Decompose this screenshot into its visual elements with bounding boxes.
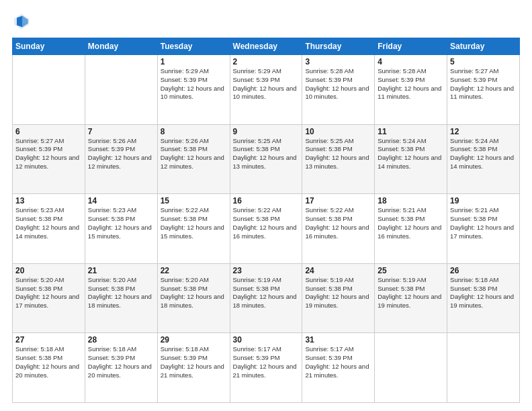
page: SundayMondayTuesdayWednesdayThursdayFrid… [0, 0, 532, 411]
day-number: 11 [378, 127, 444, 136]
day-info: Sunrise: 5:19 AM Sunset: 5:38 PM Dayligh… [233, 276, 300, 310]
day-info: Sunrise: 5:28 AM Sunset: 5:39 PM Dayligh… [378, 67, 444, 101]
day-number: 1 [161, 57, 227, 66]
calendar-cell-r2-c2: 15Sunrise: 5:22 AM Sunset: 5:38 PM Dayli… [157, 194, 230, 264]
day-number: 2 [233, 57, 300, 66]
logo [12, 12, 34, 31]
day-number: 8 [161, 127, 227, 136]
day-number: 23 [233, 266, 300, 275]
day-info: Sunrise: 5:23 AM Sunset: 5:38 PM Dayligh… [15, 206, 82, 240]
calendar-row-2: 13Sunrise: 5:23 AM Sunset: 5:38 PM Dayli… [13, 194, 520, 264]
calendar-cell-r3-c3: 23Sunrise: 5:19 AM Sunset: 5:38 PM Dayli… [230, 263, 302, 333]
calendar-cell-r1-c3: 9Sunrise: 5:25 AM Sunset: 5:38 PM Daylig… [230, 124, 302, 194]
day-number: 20 [15, 266, 82, 275]
day-number: 7 [88, 127, 154, 136]
calendar-cell-r1-c5: 11Sunrise: 5:24 AM Sunset: 5:38 PM Dayli… [375, 124, 447, 194]
calendar-cell-r4-c6 [447, 333, 520, 403]
calendar-cell-r0-c1 [85, 55, 157, 125]
day-number: 16 [233, 196, 300, 205]
calendar-cell-r4-c0: 27Sunrise: 5:18 AM Sunset: 5:38 PM Dayli… [13, 333, 85, 403]
svg-marker-2 [17, 16, 22, 28]
calendar-table: SundayMondayTuesdayWednesdayThursdayFrid… [12, 38, 520, 403]
day-info: Sunrise: 5:20 AM Sunset: 5:38 PM Dayligh… [161, 276, 227, 310]
weekday-header-wednesday: Wednesday [230, 38, 302, 55]
weekday-header-saturday: Saturday [447, 38, 520, 55]
header [12, 12, 520, 31]
calendar-cell-r3-c4: 24Sunrise: 5:19 AM Sunset: 5:38 PM Dayli… [302, 263, 375, 333]
calendar-cell-r3-c1: 21Sunrise: 5:20 AM Sunset: 5:38 PM Dayli… [85, 263, 157, 333]
calendar-cell-r1-c4: 10Sunrise: 5:25 AM Sunset: 5:38 PM Dayli… [302, 124, 375, 194]
calendar-cell-r0-c3: 2Sunrise: 5:29 AM Sunset: 5:39 PM Daylig… [230, 55, 302, 125]
calendar-row-3: 20Sunrise: 5:20 AM Sunset: 5:38 PM Dayli… [13, 263, 520, 333]
day-number: 14 [88, 196, 154, 205]
day-info: Sunrise: 5:22 AM Sunset: 5:38 PM Dayligh… [161, 206, 227, 240]
day-number: 17 [305, 196, 371, 205]
calendar-cell-r3-c5: 25Sunrise: 5:19 AM Sunset: 5:38 PM Dayli… [375, 263, 447, 333]
day-info: Sunrise: 5:17 AM Sunset: 5:39 PM Dayligh… [305, 345, 371, 379]
weekday-header-row: SundayMondayTuesdayWednesdayThursdayFrid… [13, 38, 520, 55]
weekday-header-thursday: Thursday [302, 38, 375, 55]
day-number: 13 [15, 196, 82, 205]
calendar-row-4: 27Sunrise: 5:18 AM Sunset: 5:38 PM Dayli… [13, 333, 520, 403]
day-number: 31 [305, 335, 371, 345]
calendar-cell-r3-c6: 26Sunrise: 5:18 AM Sunset: 5:38 PM Dayli… [447, 263, 520, 333]
day-number: 22 [161, 266, 227, 275]
day-info: Sunrise: 5:24 AM Sunset: 5:38 PM Dayligh… [378, 137, 444, 171]
calendar-cell-r0-c0 [13, 55, 85, 125]
day-info: Sunrise: 5:20 AM Sunset: 5:38 PM Dayligh… [15, 276, 82, 310]
day-info: Sunrise: 5:27 AM Sunset: 5:39 PM Dayligh… [15, 137, 82, 171]
day-number: 18 [378, 196, 444, 205]
day-number: 3 [305, 57, 371, 66]
calendar-cell-r1-c6: 12Sunrise: 5:24 AM Sunset: 5:38 PM Dayli… [447, 124, 520, 194]
day-info: Sunrise: 5:29 AM Sunset: 5:39 PM Dayligh… [233, 67, 300, 101]
day-info: Sunrise: 5:20 AM Sunset: 5:38 PM Dayligh… [88, 276, 154, 310]
day-info: Sunrise: 5:27 AM Sunset: 5:39 PM Dayligh… [450, 67, 517, 101]
calendar-cell-r0-c6: 5Sunrise: 5:27 AM Sunset: 5:39 PM Daylig… [447, 55, 520, 125]
day-number: 6 [15, 127, 82, 136]
calendar-cell-r2-c1: 14Sunrise: 5:23 AM Sunset: 5:38 PM Dayli… [85, 194, 157, 264]
calendar-cell-r4-c5 [375, 333, 447, 403]
day-number: 24 [305, 266, 371, 275]
day-number: 26 [450, 266, 517, 275]
day-number: 30 [233, 335, 300, 345]
calendar-cell-r3-c2: 22Sunrise: 5:20 AM Sunset: 5:38 PM Dayli… [157, 263, 230, 333]
day-info: Sunrise: 5:22 AM Sunset: 5:38 PM Dayligh… [233, 206, 300, 240]
calendar-cell-r1-c0: 6Sunrise: 5:27 AM Sunset: 5:39 PM Daylig… [13, 124, 85, 194]
calendar-cell-r0-c2: 1Sunrise: 5:29 AM Sunset: 5:39 PM Daylig… [157, 55, 230, 125]
day-info: Sunrise: 5:26 AM Sunset: 5:39 PM Dayligh… [88, 137, 154, 171]
day-info: Sunrise: 5:25 AM Sunset: 5:38 PM Dayligh… [233, 137, 300, 171]
day-info: Sunrise: 5:19 AM Sunset: 5:38 PM Dayligh… [305, 276, 371, 310]
calendar-cell-r2-c4: 17Sunrise: 5:22 AM Sunset: 5:38 PM Dayli… [302, 194, 375, 264]
calendar-cell-r0-c5: 4Sunrise: 5:28 AM Sunset: 5:39 PM Daylig… [375, 55, 447, 125]
day-info: Sunrise: 5:19 AM Sunset: 5:38 PM Dayligh… [378, 276, 444, 310]
weekday-header-friday: Friday [375, 38, 447, 55]
day-info: Sunrise: 5:23 AM Sunset: 5:38 PM Dayligh… [88, 206, 154, 240]
calendar-cell-r4-c4: 31Sunrise: 5:17 AM Sunset: 5:39 PM Dayli… [302, 333, 375, 403]
day-number: 19 [450, 196, 517, 205]
calendar-cell-r2-c6: 19Sunrise: 5:21 AM Sunset: 5:38 PM Dayli… [447, 194, 520, 264]
calendar-cell-r1-c2: 8Sunrise: 5:26 AM Sunset: 5:38 PM Daylig… [157, 124, 230, 194]
calendar-cell-r2-c5: 18Sunrise: 5:21 AM Sunset: 5:38 PM Dayli… [375, 194, 447, 264]
day-number: 15 [161, 196, 227, 205]
day-number: 29 [161, 335, 227, 345]
day-number: 9 [233, 127, 300, 136]
calendar-row-0: 1Sunrise: 5:29 AM Sunset: 5:39 PM Daylig… [13, 55, 520, 125]
calendar-cell-r2-c0: 13Sunrise: 5:23 AM Sunset: 5:38 PM Dayli… [13, 194, 85, 264]
weekday-header-monday: Monday [85, 38, 157, 55]
weekday-header-sunday: Sunday [13, 38, 85, 55]
calendar-row-1: 6Sunrise: 5:27 AM Sunset: 5:39 PM Daylig… [13, 124, 520, 194]
day-info: Sunrise: 5:17 AM Sunset: 5:39 PM Dayligh… [233, 345, 300, 379]
day-info: Sunrise: 5:21 AM Sunset: 5:38 PM Dayligh… [378, 206, 444, 240]
calendar-cell-r1-c1: 7Sunrise: 5:26 AM Sunset: 5:39 PM Daylig… [85, 124, 157, 194]
day-info: Sunrise: 5:28 AM Sunset: 5:39 PM Dayligh… [305, 67, 371, 101]
calendar-cell-r2-c3: 16Sunrise: 5:22 AM Sunset: 5:38 PM Dayli… [230, 194, 302, 264]
day-number: 5 [450, 57, 517, 66]
day-number: 21 [88, 266, 154, 275]
day-info: Sunrise: 5:24 AM Sunset: 5:38 PM Dayligh… [450, 137, 517, 171]
day-info: Sunrise: 5:21 AM Sunset: 5:38 PM Dayligh… [450, 206, 517, 240]
day-number: 4 [378, 57, 444, 66]
day-info: Sunrise: 5:22 AM Sunset: 5:38 PM Dayligh… [305, 206, 371, 240]
calendar-cell-r4-c2: 29Sunrise: 5:18 AM Sunset: 5:39 PM Dayli… [157, 333, 230, 403]
day-info: Sunrise: 5:18 AM Sunset: 5:39 PM Dayligh… [161, 345, 227, 379]
calendar-cell-r0-c4: 3Sunrise: 5:28 AM Sunset: 5:39 PM Daylig… [302, 55, 375, 125]
